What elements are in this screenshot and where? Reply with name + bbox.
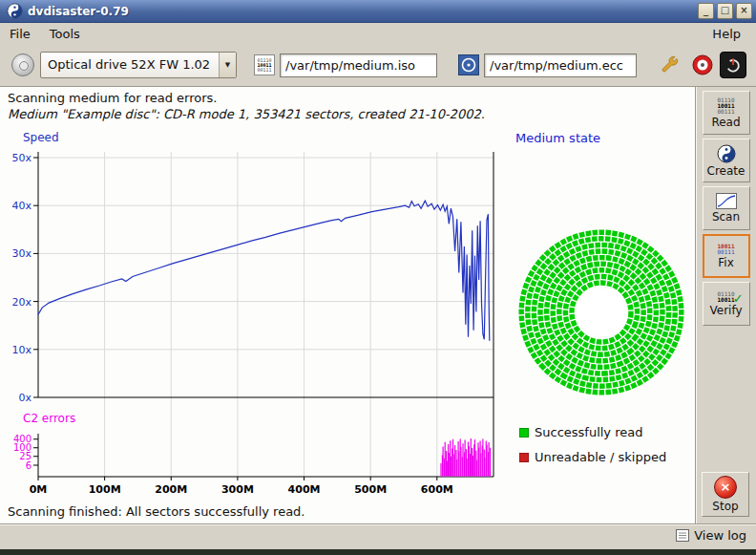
status-action: Scanning medium for read errors. xyxy=(8,91,217,105)
wrench-icon xyxy=(660,54,681,75)
footer-bar: View log xyxy=(0,523,756,549)
svg-text:10x: 10x xyxy=(11,344,32,356)
log-list-icon xyxy=(676,529,689,542)
scan-charts: SpeedC2 errors50x40x30x20x10x0x400100256… xyxy=(8,129,508,502)
app-icon xyxy=(7,3,23,19)
legend-skip-swatch xyxy=(519,453,529,462)
svg-text:30x: 30x xyxy=(11,247,32,260)
yin-yang-icon xyxy=(717,144,736,163)
read-button[interactable]: 01110 10011 00111 Read xyxy=(703,91,750,135)
stop-icon: × xyxy=(714,476,737,499)
create-button[interactable]: Create xyxy=(703,139,750,182)
svg-text:Speed: Speed xyxy=(23,131,59,144)
stop-button[interactable]: × Stop xyxy=(702,472,749,517)
svg-text:200M: 200M xyxy=(155,483,187,496)
svg-text:C2 errors: C2 errors xyxy=(23,412,75,425)
verify-label: Verify xyxy=(709,304,742,317)
medium-state-disc xyxy=(514,224,689,400)
svg-text:50x: 50x xyxy=(11,152,32,164)
medium-state-panel: Medium state Successfully read Unreadabl… xyxy=(512,129,695,511)
binary-row: 00111 xyxy=(717,249,734,255)
svg-text:100M: 100M xyxy=(89,483,121,496)
fix-button[interactable]: 10011 00111 Fix xyxy=(703,234,750,278)
svg-text:40x: 40x xyxy=(11,200,32,212)
create-label: Create xyxy=(707,164,746,178)
ecc-path-input[interactable] xyxy=(484,53,637,77)
menubar: File Tools Help xyxy=(0,23,756,44)
verify-button[interactable]: 01110 10011 ✓ Verify xyxy=(703,282,750,326)
ecc-disc-glyph xyxy=(460,56,477,74)
svg-text:6: 6 xyxy=(26,460,32,471)
maximize-button[interactable]: □ xyxy=(717,3,733,19)
chevron-down-icon: ▼ xyxy=(219,53,236,77)
fix-icon: 10011 00111 xyxy=(717,244,734,255)
content-area: Scanning medium for read errors. Medium … xyxy=(0,87,695,523)
action-sidebar: 01110 10011 00111 Read Create Scan 10011… xyxy=(695,87,756,523)
drive-select[interactable]: Optical drive 52X FW 1.02 ▼ xyxy=(40,52,237,78)
window-controls: _ □ × xyxy=(698,3,752,19)
svg-text:0x: 0x xyxy=(18,392,32,404)
toolbar: Optical drive 52X FW 1.02 ▼ 01110 10011 … xyxy=(0,44,756,87)
menu-file[interactable]: File xyxy=(0,25,40,43)
binary-row: 00111 xyxy=(257,68,271,73)
iso-file-icon: 01110 10011 00111 xyxy=(254,54,275,75)
svg-text:400M: 400M xyxy=(288,483,321,496)
menu-help[interactable]: Help xyxy=(703,25,750,43)
view-log-label: View log xyxy=(694,528,746,543)
red-ring-icon xyxy=(691,53,714,76)
read-icon: 01110 10011 00111 xyxy=(717,97,734,115)
legend-successfully-read: Successfully read xyxy=(519,425,642,439)
view-log-button[interactable]: View log xyxy=(676,528,746,543)
drive-select-value: Optical drive 52X FW 1.02 xyxy=(41,53,219,77)
scan-label: Scan xyxy=(712,210,740,224)
svg-text:20x: 20x xyxy=(11,296,32,309)
titlebar: dvdisaster-0.79 _ □ × xyxy=(0,0,756,23)
medium-state-title: Medium state xyxy=(515,131,600,145)
power-icon xyxy=(724,55,743,75)
preferences-button[interactable] xyxy=(657,52,683,78)
binary-row: 00111 xyxy=(717,109,734,115)
window-title: dvdisaster-0.79 xyxy=(28,5,129,18)
status-medium-info: Medium "Example disc": CD-R mode 1, 3534… xyxy=(8,107,485,121)
svg-text:600M: 600M xyxy=(421,483,453,496)
legend-unreadable: Unreadable / skipped xyxy=(519,450,666,464)
scan-result: Scanning finished: All sectors successfu… xyxy=(8,504,305,519)
log-button[interactable] xyxy=(689,52,716,78)
close-button[interactable]: × xyxy=(736,3,752,19)
iso-path-input[interactable] xyxy=(280,53,437,77)
legend-read-swatch xyxy=(519,428,529,438)
svg-text:0M: 0M xyxy=(30,483,48,496)
svg-text:500M: 500M xyxy=(354,483,387,496)
quit-button[interactable] xyxy=(720,52,746,78)
window-bottom-edge xyxy=(0,549,756,555)
legend-skip-label: Unreadable / skipped xyxy=(535,450,666,464)
stop-label: Stop xyxy=(712,500,738,513)
scan-button[interactable]: Scan xyxy=(703,186,750,230)
fix-label: Fix xyxy=(718,256,733,269)
menu-tools[interactable]: Tools xyxy=(40,25,90,43)
svg-text:300M: 300M xyxy=(221,483,254,496)
ecc-file-icon xyxy=(458,54,479,75)
read-label: Read xyxy=(711,116,740,129)
check-icon: ✓ xyxy=(733,291,744,306)
minimize-button[interactable]: _ xyxy=(698,3,714,19)
optical-drive-icon xyxy=(11,53,34,76)
legend-read-label: Successfully read xyxy=(535,425,642,439)
verify-icon: 01110 10011 ✓ xyxy=(717,291,734,303)
scan-chart-icon xyxy=(716,193,737,209)
